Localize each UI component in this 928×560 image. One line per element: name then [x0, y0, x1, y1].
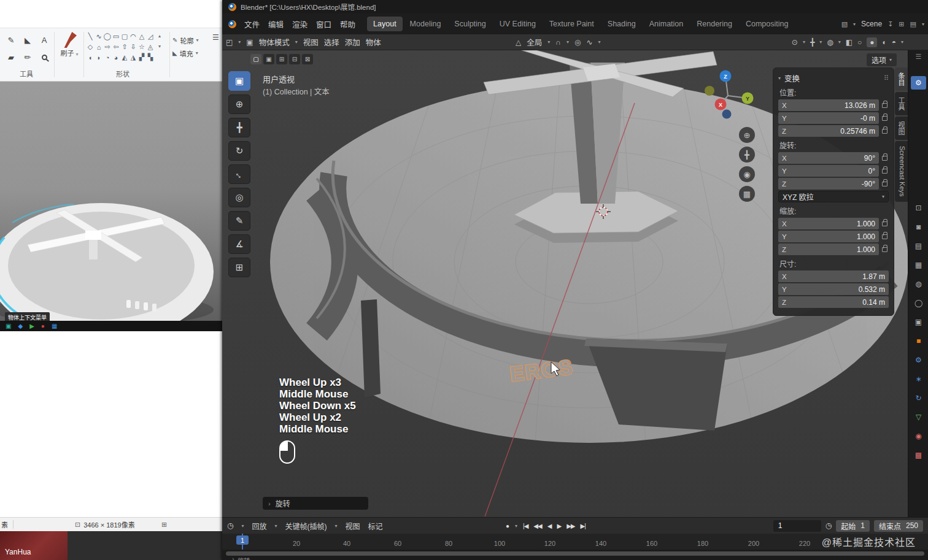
measure-tool-button[interactable]: ∡	[228, 234, 250, 254]
annotate-tool-button[interactable]: ✎	[228, 211, 250, 231]
scroll-down-icon[interactable]: ▾	[158, 44, 161, 49]
lock-icon[interactable]	[882, 247, 887, 252]
transform-panel-header[interactable]: ▾ 变换 ⠿	[778, 72, 889, 84]
shape-icon[interactable]: ▚	[146, 52, 155, 63]
playhead-badge[interactable]: 1	[236, 535, 249, 545]
object-data-tab-icon[interactable]: ▽	[916, 413, 921, 421]
caret-down-icon[interactable]: ▾	[547, 39, 550, 45]
tab-item[interactable]: 条目	[895, 67, 908, 91]
xray-toggle-icon[interactable]: ◧	[846, 38, 853, 47]
select-mode-extend-button[interactable]: ▣	[263, 54, 274, 64]
blender-menu-icon[interactable]	[228, 20, 236, 28]
shading-solid-icon[interactable]: ●	[867, 37, 877, 47]
menu-view[interactable]: 视图	[303, 36, 319, 48]
modifiers-tab-icon[interactable]: ⚙	[915, 356, 922, 364]
editor-type-icon[interactable]: ◰	[226, 38, 233, 47]
tab-tool-properties[interactable]: ⚙	[911, 76, 926, 90]
shape-icon[interactable]: ▢	[120, 31, 129, 42]
rotation-y-field[interactable]: Y0°	[778, 165, 879, 177]
operator-panel[interactable]: › 旋转	[263, 497, 368, 510]
shape-icon[interactable]: ◇	[86, 42, 95, 52]
lock-icon[interactable]	[882, 169, 887, 174]
shape-icon[interactable]: ⇨	[103, 42, 112, 52]
lock-icon[interactable]	[882, 129, 887, 134]
current-frame-field[interactable]: 1	[773, 520, 821, 532]
gizmo-axis-neg[interactable]	[705, 86, 714, 96]
brush-tool-button[interactable]: 刷子 ▾	[56, 32, 82, 58]
display-icon[interactable]: ⊞	[161, 521, 167, 529]
world-tab-icon[interactable]: ◍	[915, 280, 921, 288]
eraser-tool-button[interactable]: ▰	[5, 51, 17, 63]
menu-playback[interactable]: 回放	[252, 521, 267, 531]
shape-icon[interactable]: ◭	[120, 52, 129, 63]
dimensions-z-field[interactable]: Z0.14 m	[778, 296, 889, 308]
scale-y-field[interactable]: Y1.000	[778, 231, 879, 242]
shape-icon[interactable]: ⇩	[129, 42, 137, 52]
tab-view[interactable]: 视图	[895, 117, 908, 140]
rotation-mode-dropdown[interactable]: XYZ 欧拉 ▾	[778, 191, 889, 202]
snap-magnet-icon[interactable]: ∩	[555, 38, 561, 47]
menu-markers[interactable]: 标记	[368, 521, 383, 531]
mini-icon[interactable]: ●	[41, 323, 45, 329]
shape-icon[interactable]: ☆	[137, 42, 146, 52]
shape-icon[interactable]: ◕	[112, 52, 120, 63]
shape-icon[interactable]: ⌂	[95, 42, 103, 52]
options-dropdown[interactable]: 选项 ▾	[867, 53, 897, 66]
shape-icon[interactable]: ▞	[137, 52, 146, 63]
caret-down-icon[interactable]: ▾	[922, 21, 924, 27]
tab-texture-paint[interactable]: Texture Paint	[543, 17, 600, 31]
menu-select[interactable]: 选择	[324, 36, 339, 48]
blender-titlebar[interactable]: Blender* [C:\Users\HX\Desktop\展馆.blend]	[222, 0, 928, 13]
menu-add[interactable]: 添加	[345, 36, 360, 48]
select-mode-invert-button[interactable]: ⊟	[289, 54, 300, 64]
auto-key-button[interactable]: ●	[506, 523, 509, 529]
transform-orientation-dropdown[interactable]: 全局	[527, 36, 542, 48]
dimensions-x-field[interactable]: X1.87 m	[778, 270, 889, 282]
cursor-tool-button[interactable]: ⊕	[228, 94, 250, 114]
outline-dropdown[interactable]: ✎ 轮廓 ▾	[172, 34, 198, 47]
shape-icon[interactable]: ⇧	[120, 42, 129, 52]
select-mode-new-button[interactable]: ▢	[250, 54, 261, 64]
prev-keyframe-button[interactable]: ◀◀	[533, 523, 541, 529]
mode-dropdown[interactable]: 物体模式	[259, 36, 290, 48]
navigation-gizmo[interactable]: Z Y X	[705, 69, 761, 125]
rotate-tool-button[interactable]: ↻	[228, 141, 250, 161]
menu-file[interactable]: 文件	[240, 16, 264, 33]
shape-icon[interactable]: ◔	[103, 52, 112, 63]
editor-menu-icon[interactable]: ☰	[908, 53, 928, 61]
move-tool-button[interactable]: ╋	[228, 118, 250, 137]
tab-tool[interactable]: 工具	[895, 92, 908, 115]
caret-down-icon[interactable]: ▾	[241, 523, 244, 529]
overlays-toggle-icon[interactable]: ◍	[827, 38, 833, 47]
lock-icon[interactable]	[882, 103, 887, 108]
magnifier-tool-button[interactable]	[38, 51, 50, 63]
menu-window[interactable]: 窗口	[312, 16, 336, 33]
select-mode-subtract-button[interactable]: ⊞	[276, 54, 287, 64]
scale-x-field[interactable]: X1.000	[778, 218, 879, 229]
output-tab-icon[interactable]: ◙	[916, 223, 921, 231]
shape-icon[interactable]: △	[137, 31, 146, 42]
frame-start-field[interactable]: 起始 1	[836, 520, 870, 532]
frame-end-field[interactable]: 结束点 250	[874, 520, 923, 532]
tab-rendering[interactable]: Rendering	[690, 17, 738, 31]
location-z-field[interactable]: Z0.25746 m	[778, 125, 879, 137]
caret-down-icon[interactable]: ▾	[838, 39, 841, 45]
taskbar-thumbnail[interactable]: YanHua	[0, 531, 68, 560]
tab-compositing[interactable]: Compositing	[740, 17, 794, 31]
shape-icon[interactable]: ◮	[129, 52, 137, 63]
view-layer-tab-icon[interactable]: ▤	[915, 242, 922, 250]
collection-tab-icon[interactable]: ◯	[914, 299, 922, 307]
location-x-field[interactable]: X13.026 m	[778, 99, 879, 111]
render-tab-icon[interactable]: ⊡	[915, 204, 921, 212]
menu-keying[interactable]: 关键帧(插帧)	[285, 521, 327, 531]
use-preview-range-icon[interactable]: ◷	[826, 521, 832, 530]
tab-sculpting[interactable]: Sculpting	[448, 17, 492, 31]
dimensions-y-field[interactable]: Y0.532 m	[778, 283, 889, 295]
pan-button[interactable]: ╋	[739, 147, 755, 163]
shading-material-icon[interactable]: ◐	[882, 38, 886, 47]
zoom-button[interactable]: ⊕	[739, 127, 755, 143]
shape-icon[interactable]: ╲	[86, 31, 95, 42]
drag-handle-icon[interactable]: ⠿	[884, 74, 889, 82]
shapes-scrollbar[interactable]: ▴ ▾	[158, 33, 161, 49]
tab-shading[interactable]: Shading	[601, 17, 642, 31]
